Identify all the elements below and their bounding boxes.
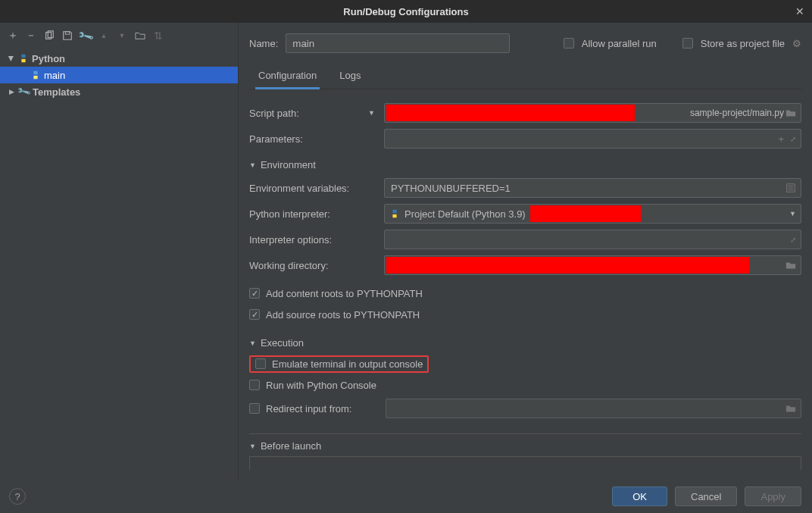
script-path-label[interactable]: Script path: ▼: [249, 108, 384, 119]
sidebar-toolbar: ＋ － 🔧 ▲ ▼ ⇅: [0, 23, 238, 48]
interpreter-label: Python interpreter:: [249, 208, 384, 220]
interp-options-input[interactable]: ⤢: [384, 230, 801, 249]
execution-section-head[interactable]: ▼ Execution: [249, 337, 801, 349]
chevron-down-icon: ▶: [8, 55, 15, 62]
parameters-row: Parameters: + ⤢: [249, 126, 801, 152]
env-vars-value: PYTHONUNBUFFERED=1: [385, 183, 511, 194]
run-python-console-row: Run with Python Console: [249, 374, 801, 396]
env-vars-label: Environment variables:: [249, 183, 384, 194]
ok-button[interactable]: OK: [612, 486, 667, 506]
add-content-roots-label: Add content roots to PYTHONPATH: [266, 288, 423, 299]
add-source-roots-row: Add source roots to PYTHONPATH: [249, 304, 801, 325]
sort-icon: ⇅: [153, 30, 164, 41]
python-icon: [18, 53, 29, 64]
tabs: Configuration Logs: [249, 65, 801, 89]
tab-configuration[interactable]: Configuration: [255, 65, 320, 89]
env-vars-row: Environment variables: PYTHONUNBUFFERED=…: [249, 175, 801, 201]
interp-options-row: Interpreter options: ⤢: [249, 227, 801, 252]
run-python-console-label: Run with Python Console: [266, 380, 376, 391]
chevron-down-icon: ▼: [249, 443, 256, 450]
remove-icon[interactable]: －: [26, 30, 36, 41]
expand-icon[interactable]: ⤢: [790, 135, 796, 143]
folder-icon[interactable]: [785, 403, 796, 414]
python-icon: [30, 70, 41, 80]
up-icon: ▲: [98, 30, 109, 41]
store-as-file-label: Store as project file: [701, 38, 785, 49]
interpreter-row: Python interpreter: Project Default (Pyt…: [249, 201, 801, 227]
environment-section-head[interactable]: ▼ Environment: [249, 159, 801, 170]
chevron-down-icon: ▼: [249, 339, 256, 347]
config-tree: ▶ Python main ▶ 🔧 Templates: [0, 48, 238, 480]
plus-icon[interactable]: +: [778, 133, 784, 145]
redirect-input-label: Redirect input from:: [266, 403, 379, 414]
chevron-down-icon: ▼: [789, 210, 796, 217]
folder-run-icon[interactable]: [135, 30, 145, 41]
add-content-roots-row: Add content roots to PYTHONPATH: [249, 283, 801, 304]
script-path-row: Script path: ▼ sample-project/main.py: [249, 100, 801, 126]
cancel-button[interactable]: Cancel: [675, 486, 737, 506]
tree-item-main[interactable]: main: [0, 67, 238, 83]
interpreter-select[interactable]: Project Default (Python 3.9) ▼: [384, 204, 801, 224]
parameters-input[interactable]: + ⤢: [384, 129, 801, 149]
divider: [249, 433, 801, 434]
interpreter-value: Project Default (Python 3.9): [404, 208, 526, 220]
add-content-roots-checkbox[interactable]: [249, 288, 260, 299]
redacted-path: [386, 105, 635, 121]
content-panel: Name: Allow parallel run Store as projec…: [239, 23, 812, 480]
working-dir-input[interactable]: [384, 255, 801, 275]
script-path-input[interactable]: sample-project/main.py: [384, 103, 801, 123]
emulate-terminal-row: Emulate terminal in output console: [249, 353, 801, 374]
name-input[interactable]: [286, 33, 510, 53]
wrench-icon[interactable]: 🔧: [78, 28, 92, 42]
apply-button[interactable]: Apply: [745, 486, 801, 506]
add-icon[interactable]: ＋: [8, 30, 18, 41]
folder-icon[interactable]: [785, 260, 796, 271]
chevron-down-icon: ▼: [249, 161, 256, 169]
dialog-title: Run/Debug Configurations: [343, 6, 468, 17]
redacted-interpreter-path: [530, 205, 641, 222]
form-area: Script path: ▼ sample-project/main.py Pa…: [249, 89, 801, 480]
allow-parallel-checkbox[interactable]: [564, 38, 574, 48]
down-icon: ▼: [117, 30, 127, 41]
name-row: Name: Allow parallel run Store as projec…: [249, 32, 801, 55]
help-button[interactable]: ?: [9, 488, 26, 505]
add-source-roots-label: Add source roots to PYTHONPATH: [266, 309, 420, 321]
before-launch-list[interactable]: [249, 456, 801, 470]
redacted-working-dir: [386, 257, 749, 274]
save-icon[interactable]: [62, 30, 73, 41]
footer: ? OK Cancel Apply: [0, 480, 812, 513]
script-path-visible: sample-project/main.py: [690, 108, 784, 118]
run-python-console-checkbox[interactable]: [249, 380, 260, 390]
sidebar: ＋ － 🔧 ▲ ▼ ⇅ ▶ Python main ▶ 🔧 Templa: [0, 23, 239, 480]
chevron-right-icon: ▶: [8, 88, 15, 95]
copy-icon[interactable]: [44, 30, 55, 41]
folder-icon[interactable]: [785, 108, 796, 118]
redirect-input-row: Redirect input from:: [249, 396, 801, 421]
name-label: Name:: [249, 38, 278, 49]
parameters-label: Parameters:: [249, 133, 384, 145]
allow-parallel-label: Allow parallel run: [582, 38, 657, 49]
redirect-input-field[interactable]: [386, 399, 801, 418]
emulate-terminal-label: Emulate terminal in output console: [272, 358, 423, 370]
store-as-file-checkbox[interactable]: [682, 38, 693, 48]
working-dir-row: Working directory:: [249, 252, 801, 278]
working-dir-label: Working directory:: [249, 260, 384, 271]
python-icon: [389, 208, 400, 219]
tree-python-group[interactable]: ▶ Python: [0, 50, 238, 67]
redirect-input-checkbox[interactable]: [249, 403, 260, 414]
close-icon[interactable]: ✕: [795, 5, 804, 17]
expand-icon[interactable]: ⤢: [790, 236, 796, 244]
add-source-roots-checkbox[interactable]: [249, 309, 260, 320]
emulate-terminal-checkbox[interactable]: [255, 358, 266, 369]
before-launch-section-head[interactable]: ▼ Before launch: [249, 440, 801, 452]
gear-icon[interactable]: ⚙: [792, 38, 801, 49]
wrench-icon: 🔧: [17, 84, 32, 99]
tab-logs[interactable]: Logs: [336, 65, 364, 89]
list-icon[interactable]: [785, 183, 796, 193]
interp-options-label: Interpreter options:: [249, 234, 384, 246]
emulate-terminal-highlight: Emulate terminal in output console: [249, 355, 429, 373]
tree-templates-group[interactable]: ▶ 🔧 Templates: [0, 83, 238, 100]
titlebar: Run/Debug Configurations ✕: [0, 0, 812, 23]
chevron-down-icon: ▼: [368, 109, 375, 117]
env-vars-input[interactable]: PYTHONUNBUFFERED=1: [384, 178, 801, 198]
